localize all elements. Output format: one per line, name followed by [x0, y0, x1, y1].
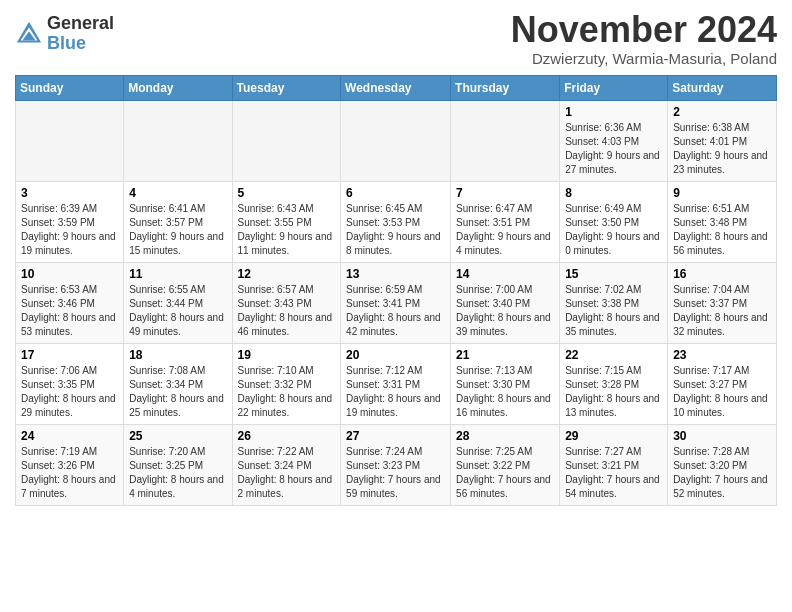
- page-title: November 2024: [511, 10, 777, 50]
- day-number: 3: [21, 186, 118, 200]
- day-detail: Sunrise: 6:57 AM Sunset: 3:43 PM Dayligh…: [238, 283, 336, 339]
- day-number: 14: [456, 267, 554, 281]
- logo: General Blue: [15, 14, 114, 54]
- day-number: 19: [238, 348, 336, 362]
- day-detail: Sunrise: 7:28 AM Sunset: 3:20 PM Dayligh…: [673, 445, 771, 501]
- calendar-day-cell: [341, 100, 451, 181]
- calendar-day-cell: 13Sunrise: 6:59 AM Sunset: 3:41 PM Dayli…: [341, 262, 451, 343]
- calendar-day-cell: 23Sunrise: 7:17 AM Sunset: 3:27 PM Dayli…: [668, 343, 777, 424]
- day-number: 5: [238, 186, 336, 200]
- weekday-header-cell: Wednesday: [341, 75, 451, 100]
- day-number: 27: [346, 429, 445, 443]
- day-detail: Sunrise: 6:47 AM Sunset: 3:51 PM Dayligh…: [456, 202, 554, 258]
- weekday-header-row: SundayMondayTuesdayWednesdayThursdayFrid…: [16, 75, 777, 100]
- calendar-day-cell: 6Sunrise: 6:45 AM Sunset: 3:53 PM Daylig…: [341, 181, 451, 262]
- logo-line1: General: [47, 14, 114, 34]
- calendar-day-cell: [124, 100, 232, 181]
- day-number: 4: [129, 186, 226, 200]
- day-number: 15: [565, 267, 662, 281]
- calendar-day-cell: 20Sunrise: 7:12 AM Sunset: 3:31 PM Dayli…: [341, 343, 451, 424]
- day-detail: Sunrise: 6:43 AM Sunset: 3:55 PM Dayligh…: [238, 202, 336, 258]
- calendar-week-row: 17Sunrise: 7:06 AM Sunset: 3:35 PM Dayli…: [16, 343, 777, 424]
- calendar-day-cell: [232, 100, 341, 181]
- day-detail: Sunrise: 7:12 AM Sunset: 3:31 PM Dayligh…: [346, 364, 445, 420]
- day-detail: Sunrise: 7:22 AM Sunset: 3:24 PM Dayligh…: [238, 445, 336, 501]
- calendar-day-cell: 21Sunrise: 7:13 AM Sunset: 3:30 PM Dayli…: [451, 343, 560, 424]
- calendar-day-cell: 19Sunrise: 7:10 AM Sunset: 3:32 PM Dayli…: [232, 343, 341, 424]
- calendar-day-cell: [451, 100, 560, 181]
- day-number: 23: [673, 348, 771, 362]
- title-block: November 2024 Dzwierzuty, Warmia-Masuria…: [511, 10, 777, 67]
- calendar-day-cell: 29Sunrise: 7:27 AM Sunset: 3:21 PM Dayli…: [560, 424, 668, 505]
- day-detail: Sunrise: 7:24 AM Sunset: 3:23 PM Dayligh…: [346, 445, 445, 501]
- calendar-day-cell: 8Sunrise: 6:49 AM Sunset: 3:50 PM Daylig…: [560, 181, 668, 262]
- calendar-day-cell: 11Sunrise: 6:55 AM Sunset: 3:44 PM Dayli…: [124, 262, 232, 343]
- day-number: 21: [456, 348, 554, 362]
- day-number: 16: [673, 267, 771, 281]
- weekday-header-cell: Thursday: [451, 75, 560, 100]
- calendar-day-cell: 27Sunrise: 7:24 AM Sunset: 3:23 PM Dayli…: [341, 424, 451, 505]
- calendar-day-cell: 24Sunrise: 7:19 AM Sunset: 3:26 PM Dayli…: [16, 424, 124, 505]
- day-number: 18: [129, 348, 226, 362]
- day-number: 29: [565, 429, 662, 443]
- calendar-day-cell: 5Sunrise: 6:43 AM Sunset: 3:55 PM Daylig…: [232, 181, 341, 262]
- day-detail: Sunrise: 7:04 AM Sunset: 3:37 PM Dayligh…: [673, 283, 771, 339]
- calendar-day-cell: 17Sunrise: 7:06 AM Sunset: 3:35 PM Dayli…: [16, 343, 124, 424]
- weekday-header-cell: Sunday: [16, 75, 124, 100]
- day-detail: Sunrise: 6:38 AM Sunset: 4:01 PM Dayligh…: [673, 121, 771, 177]
- day-detail: Sunrise: 6:45 AM Sunset: 3:53 PM Dayligh…: [346, 202, 445, 258]
- header: General Blue November 2024 Dzwierzuty, W…: [15, 10, 777, 67]
- calendar-week-row: 24Sunrise: 7:19 AM Sunset: 3:26 PM Dayli…: [16, 424, 777, 505]
- calendar-day-cell: 14Sunrise: 7:00 AM Sunset: 3:40 PM Dayli…: [451, 262, 560, 343]
- calendar-day-cell: [16, 100, 124, 181]
- calendar-body: 1Sunrise: 6:36 AM Sunset: 4:03 PM Daylig…: [16, 100, 777, 505]
- calendar-day-cell: 1Sunrise: 6:36 AM Sunset: 4:03 PM Daylig…: [560, 100, 668, 181]
- day-detail: Sunrise: 6:55 AM Sunset: 3:44 PM Dayligh…: [129, 283, 226, 339]
- day-number: 6: [346, 186, 445, 200]
- calendar-day-cell: 18Sunrise: 7:08 AM Sunset: 3:34 PM Dayli…: [124, 343, 232, 424]
- day-detail: Sunrise: 7:17 AM Sunset: 3:27 PM Dayligh…: [673, 364, 771, 420]
- day-number: 20: [346, 348, 445, 362]
- day-detail: Sunrise: 6:39 AM Sunset: 3:59 PM Dayligh…: [21, 202, 118, 258]
- calendar-day-cell: 22Sunrise: 7:15 AM Sunset: 3:28 PM Dayli…: [560, 343, 668, 424]
- day-number: 22: [565, 348, 662, 362]
- day-detail: Sunrise: 7:02 AM Sunset: 3:38 PM Dayligh…: [565, 283, 662, 339]
- logo-line2: Blue: [47, 34, 114, 54]
- day-detail: Sunrise: 6:59 AM Sunset: 3:41 PM Dayligh…: [346, 283, 445, 339]
- day-number: 2: [673, 105, 771, 119]
- day-number: 26: [238, 429, 336, 443]
- day-number: 30: [673, 429, 771, 443]
- calendar-day-cell: 3Sunrise: 6:39 AM Sunset: 3:59 PM Daylig…: [16, 181, 124, 262]
- calendar-week-row: 3Sunrise: 6:39 AM Sunset: 3:59 PM Daylig…: [16, 181, 777, 262]
- day-number: 25: [129, 429, 226, 443]
- day-detail: Sunrise: 7:06 AM Sunset: 3:35 PM Dayligh…: [21, 364, 118, 420]
- day-detail: Sunrise: 7:15 AM Sunset: 3:28 PM Dayligh…: [565, 364, 662, 420]
- calendar-day-cell: 2Sunrise: 6:38 AM Sunset: 4:01 PM Daylig…: [668, 100, 777, 181]
- calendar-week-row: 10Sunrise: 6:53 AM Sunset: 3:46 PM Dayli…: [16, 262, 777, 343]
- calendar-day-cell: 9Sunrise: 6:51 AM Sunset: 3:48 PM Daylig…: [668, 181, 777, 262]
- day-number: 17: [21, 348, 118, 362]
- day-detail: Sunrise: 7:19 AM Sunset: 3:26 PM Dayligh…: [21, 445, 118, 501]
- day-number: 28: [456, 429, 554, 443]
- calendar: SundayMondayTuesdayWednesdayThursdayFrid…: [15, 75, 777, 506]
- day-detail: Sunrise: 7:00 AM Sunset: 3:40 PM Dayligh…: [456, 283, 554, 339]
- calendar-day-cell: 30Sunrise: 7:28 AM Sunset: 3:20 PM Dayli…: [668, 424, 777, 505]
- day-number: 8: [565, 186, 662, 200]
- logo-icon: [15, 20, 43, 48]
- day-number: 7: [456, 186, 554, 200]
- calendar-day-cell: 7Sunrise: 6:47 AM Sunset: 3:51 PM Daylig…: [451, 181, 560, 262]
- day-detail: Sunrise: 6:36 AM Sunset: 4:03 PM Dayligh…: [565, 121, 662, 177]
- calendar-day-cell: 10Sunrise: 6:53 AM Sunset: 3:46 PM Dayli…: [16, 262, 124, 343]
- day-detail: Sunrise: 7:25 AM Sunset: 3:22 PM Dayligh…: [456, 445, 554, 501]
- weekday-header-cell: Tuesday: [232, 75, 341, 100]
- day-number: 11: [129, 267, 226, 281]
- day-number: 1: [565, 105, 662, 119]
- calendar-week-row: 1Sunrise: 6:36 AM Sunset: 4:03 PM Daylig…: [16, 100, 777, 181]
- logo-text: General Blue: [47, 14, 114, 54]
- day-number: 10: [21, 267, 118, 281]
- day-number: 9: [673, 186, 771, 200]
- day-number: 12: [238, 267, 336, 281]
- calendar-day-cell: 16Sunrise: 7:04 AM Sunset: 3:37 PM Dayli…: [668, 262, 777, 343]
- day-detail: Sunrise: 6:51 AM Sunset: 3:48 PM Dayligh…: [673, 202, 771, 258]
- day-detail: Sunrise: 7:08 AM Sunset: 3:34 PM Dayligh…: [129, 364, 226, 420]
